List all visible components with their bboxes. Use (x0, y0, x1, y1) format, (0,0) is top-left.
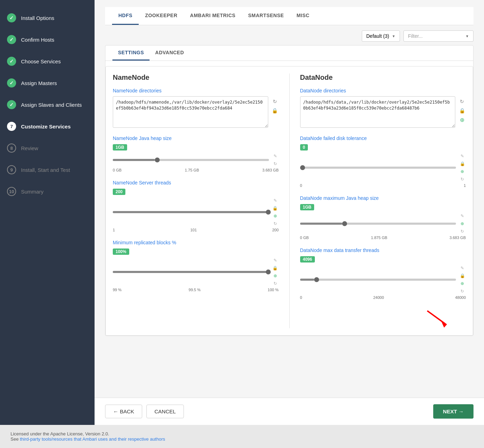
step-circle-pending: 8 (7, 144, 16, 153)
add-icon[interactable]: ⊕ (272, 212, 279, 219)
namenode-replicated-labels: 99 % 99.5 % 100 % (113, 288, 279, 292)
refresh-icon-dn3[interactable]: ↻ (459, 288, 466, 295)
edit-icon-3[interactable]: ✎ (272, 257, 279, 264)
datanode-heap-label: DataNode maximum Java heap size (300, 195, 466, 201)
tab-advanced[interactable]: ADVANCED (150, 46, 189, 61)
sidebar-item-assign-slaves[interactable]: ✓Assign Slaves and Clients (0, 94, 95, 115)
default-label: Default (3) (366, 33, 389, 39)
datanode-dir-icons: ↻ 🔒 ⊕ (458, 96, 466, 124)
add-icon-2[interactable]: ⊕ (272, 272, 279, 279)
sidebar-label: Install Options (21, 15, 54, 21)
sidebar-label: Choose Services (21, 58, 61, 64)
namenode-card: NameNode NameNode directories ↻ 🔒 (113, 74, 279, 328)
service-tab-hdfs[interactable]: HDFS (112, 7, 139, 25)
step-circle-current: 7 (7, 122, 16, 131)
datanode-heap-labels: 0 GB 1.875 GB 3.683 GB (300, 236, 466, 240)
filter-input[interactable]: Filter... ▼ (403, 30, 473, 42)
refresh-icon-dn1[interactable]: ↻ (459, 176, 466, 183)
tab-settings[interactable]: SETTINGS (112, 46, 150, 61)
sidebar-item-confirm-hosts[interactable]: ✓Confirm Hosts (0, 29, 95, 50)
back-button[interactable]: ← BACK (105, 405, 142, 418)
datanode-transfer-slider-row: ✎ 🔒 ⊕ ↻ (300, 265, 466, 295)
lock-icon-dn3[interactable]: 🔒 (459, 272, 466, 279)
service-tab-ambari-metrics[interactable]: AMBARI METRICS (184, 7, 242, 25)
step-circle-done: ✓ (7, 78, 16, 88)
filter-placeholder: Filter... (408, 33, 423, 39)
sidebar-label: Assign Slaves and Clients (21, 102, 82, 108)
refresh-icon[interactable]: ↻ (271, 98, 279, 105)
svg-line-0 (427, 311, 447, 325)
refresh-icon-dn2[interactable]: ↻ (459, 228, 466, 235)
namenode-replicated-slider-row: ✎ 🔒 ⊕ ↻ (113, 257, 279, 287)
datanode-dir-textarea[interactable] (300, 96, 456, 128)
datanode-card: DataNode DataNode directories ↻ 🔒 ⊕ (300, 74, 466, 328)
namenode-threads-label: NameNode Server threads (113, 180, 279, 186)
sidebar-item-customize-services[interactable]: 7Customize Services (0, 115, 95, 137)
refresh-icon-3[interactable]: ↻ (272, 280, 279, 287)
namenode-heap-slider[interactable] (113, 156, 269, 163)
step-circle-pending: 9 (7, 165, 16, 174)
datanode-heap-icons: ✎ ⊕ ↻ (459, 212, 466, 235)
add-icon-dn2[interactable]: ⊕ (459, 220, 466, 227)
sidebar-item-summary: 10Summary (0, 181, 95, 202)
namenode-replicated-section: Minimum replicated blocks % 100% (113, 240, 279, 292)
edit-icon-dn1[interactable]: ✎ (459, 153, 466, 160)
sidebar-label: Review (21, 145, 38, 151)
refresh-icon-2[interactable]: ↻ (272, 220, 279, 227)
namenode-replicated-slider[interactable] (113, 268, 269, 275)
sidebar-item-review: 8Review (0, 137, 95, 159)
service-tab-misc[interactable]: MISC (290, 7, 316, 25)
step-circle-done: ✓ (7, 35, 16, 44)
cancel-button[interactable]: CANCEL (146, 405, 184, 418)
card-divider (289, 74, 290, 328)
filter-row: Default (3) ▼ Filter... ▼ (105, 25, 473, 45)
content-wrapper: SETTINGS ADVANCED NameNode NameNode dire… (105, 45, 473, 336)
next-button[interactable]: NEXT → (433, 404, 473, 419)
datanode-disk-section: DataNode failed disk tolerance 0 (300, 135, 466, 188)
lock-icon-3[interactable]: 🔒 (272, 265, 279, 272)
namenode-replicated-badge: 100% (113, 248, 129, 255)
sidebar-label: Install, Start and Test (21, 167, 70, 173)
datanode-transfer-badge: 4096 (300, 256, 315, 262)
default-dropdown[interactable]: Default (3) ▼ (362, 30, 400, 42)
step-circle-done: ✓ (7, 57, 16, 66)
sidebar-item-install-options[interactable]: ✓Install Options (0, 7, 95, 29)
lock-icon[interactable]: 🔒 (271, 107, 279, 114)
edit-icon[interactable]: ✎ (272, 153, 279, 160)
step-circle-done: ✓ (7, 100, 16, 109)
datanode-disk-slider-row: ✎ 🔒 ⊕ ↻ (300, 153, 466, 183)
namenode-directories-section: NameNode directories ↻ 🔒 (113, 88, 279, 128)
sidebar-label: Summary (21, 189, 43, 195)
datanode-dir-row: ↻ 🔒 ⊕ (300, 96, 466, 128)
datanode-transfer-icons: ✎ 🔒 ⊕ ↻ (459, 265, 466, 295)
lock-icon-dn[interactable]: 🔒 (458, 107, 466, 114)
namenode-threads-icons: ✎ 🔒 ⊕ ↻ (272, 197, 279, 227)
sidebar-item-assign-masters[interactable]: ✓Assign Masters (0, 72, 95, 94)
datanode-transfer-slider[interactable] (300, 276, 456, 283)
datanode-transfer-section: DataNode max data transfer threads 4096 (300, 247, 466, 300)
lock-icon-dn1[interactable]: 🔒 (459, 160, 466, 167)
namenode-threads-slider[interactable] (113, 209, 269, 216)
refresh-icon-dn[interactable]: ↻ (458, 98, 466, 105)
footer-line1: Licensed under the Apache License, Versi… (11, 431, 473, 436)
namenode-dir-textarea[interactable] (113, 96, 268, 128)
namenode-heap-slider-row: ✎ ↻ (113, 153, 279, 167)
refresh-small-icon[interactable]: ↻ (272, 160, 279, 167)
sidebar-item-choose-services[interactable]: ✓Choose Services (0, 50, 95, 72)
edit-icon-dn2[interactable]: ✎ (459, 212, 466, 219)
edit-icon-2[interactable]: ✎ (272, 197, 279, 204)
add-icon-dn1[interactable]: ⊕ (459, 168, 466, 175)
service-tab-zookeeper[interactable]: ZOOKEEPER (139, 7, 184, 25)
lock-icon-2[interactable]: 🔒 (272, 205, 279, 212)
datanode-disk-slider[interactable] (300, 164, 456, 171)
datanode-heap-slider[interactable] (300, 220, 456, 227)
sidebar: ✓Install Options✓Confirm Hosts✓Choose Se… (0, 0, 95, 425)
footer-link[interactable]: third-party tools/resources that Ambari … (20, 436, 165, 442)
service-tab-smartsense[interactable]: SMARTSENSE (242, 7, 290, 25)
edit-icon-dn3[interactable]: ✎ (459, 265, 466, 272)
add-icon-dn3[interactable]: ⊕ (459, 280, 466, 287)
add-icon-dn[interactable]: ⊕ (458, 116, 466, 124)
datanode-transfer-label: DataNode max data transfer threads (300, 247, 466, 253)
namenode-heap-section: NameNode Java heap size 1GB (113, 135, 279, 172)
namenode-threads-slider-row: ✎ 🔒 ⊕ ↻ (113, 197, 279, 227)
